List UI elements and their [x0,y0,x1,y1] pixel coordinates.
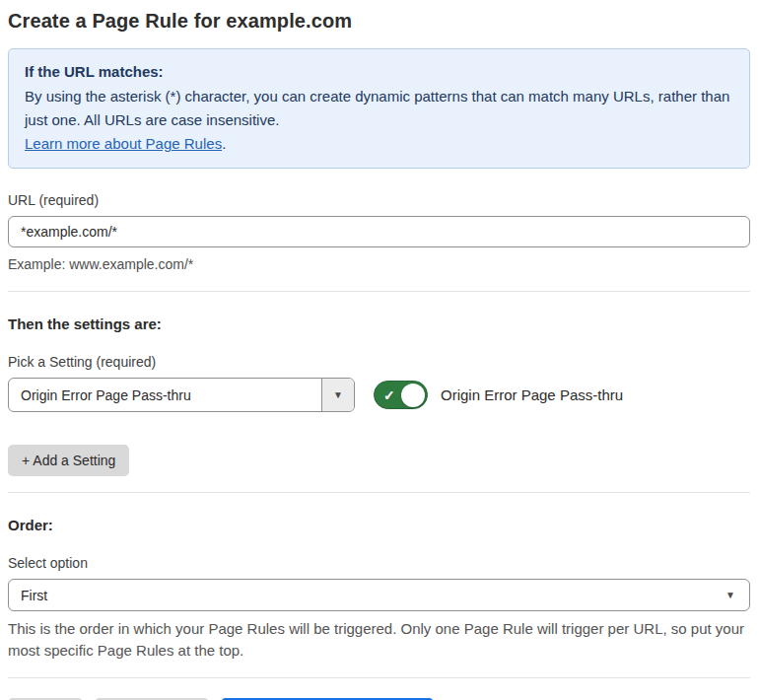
pick-setting-label: Pick a Setting (required) [8,354,750,370]
url-example-helper: Example: www.example.com/* [8,253,750,275]
setting-row: Origin Error Page Pass-thru ▼ ✓ Origin E… [8,378,750,412]
learn-more-link[interactable]: Learn more about Page Rules [25,135,222,152]
setting-dropdown-button[interactable]: ▼ [321,379,354,411]
order-section-heading: Order: [8,517,750,533]
order-select-label: Select option [8,555,750,571]
info-callout-body: By using the asterisk (*) character, you… [25,85,733,132]
divider [8,492,750,493]
order-helper-text: This is the order in which your Page Rul… [8,618,750,662]
setting-dropdown-value: Origin Error Page Pass-thru [9,379,321,411]
page-title: Create a Page Rule for example.com [8,10,750,33]
toggle-knob [401,384,425,407]
order-select-value: First [21,588,47,603]
add-setting-button[interactable]: + Add a Setting [8,445,129,476]
toggle-label: Origin Error Page Pass-thru [441,386,623,403]
create-page-rule-panel: Create a Page Rule for example.com If th… [0,0,759,700]
info-link-line: Learn more about Page Rules. [25,132,733,156]
order-select[interactable]: First ▼ [8,579,750,611]
origin-error-passthru-toggle[interactable]: ✓ [374,381,428,409]
divider [8,291,750,292]
info-callout-heading: If the URL matches: [25,60,733,84]
caret-down-icon: ▼ [725,591,735,600]
divider [8,677,750,678]
check-icon: ✓ [383,387,395,401]
link-suffix-period: . [222,135,226,152]
setting-dropdown[interactable]: Origin Error Page Pass-thru ▼ [8,378,355,412]
settings-section-heading: Then the settings are: [8,315,750,332]
caret-down-icon: ▼ [333,390,343,400]
url-match-info-callout: If the URL matches: By using the asteris… [8,48,750,169]
url-input[interactable] [8,216,750,247]
url-field-label: URL (required) [8,192,750,208]
